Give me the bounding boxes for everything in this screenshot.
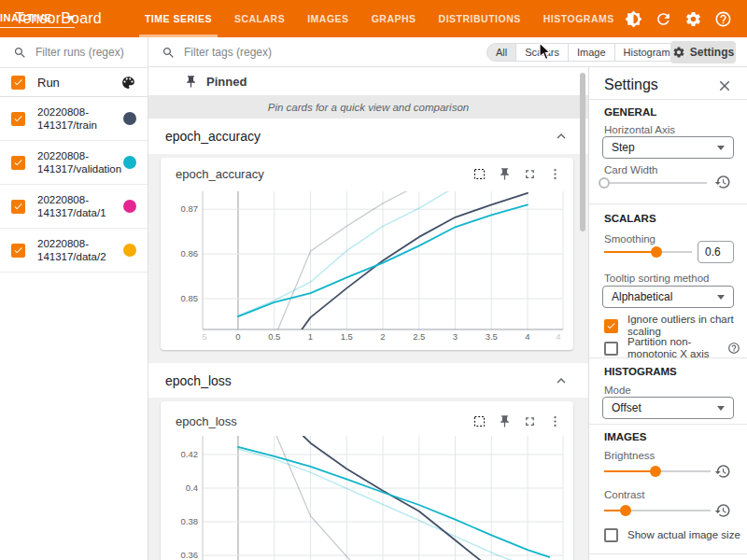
check-icon [13,77,23,88]
horizontal-axis-label: Horizontal Axis [604,124,675,135]
tags-filter-input[interactable] [184,46,324,59]
brightness-slider[interactable] [604,466,711,477]
pin-icon[interactable] [498,414,512,428]
run-color-dot[interactable] [123,156,136,169]
filter-all-button[interactable]: All [486,43,516,62]
scrollbar-thumb[interactable] [580,73,585,231]
filter-image-button[interactable]: Image [568,43,615,62]
run-checkbox[interactable] [11,156,25,170]
kebab-menu-icon[interactable] [548,167,562,181]
kebab-menu-icon[interactable] [548,414,562,428]
run-checkbox[interactable] [11,244,25,258]
palette-icon[interactable] [120,75,136,91]
help-icon[interactable] [727,342,740,355]
settings-panel: Settings GENERAL Horizontal Axis Step Ca… [588,67,747,560]
tooltip-sorting-value: Alphabetical [612,290,672,303]
svg-text:4: 4 [556,331,560,342]
svg-text:0.36: 0.36 [181,550,199,560]
settings-panel-title: Settings [604,77,658,93]
check-icon [13,113,23,124]
tooltip-sorting-select[interactable]: Alphabetical [602,286,734,308]
fit-to-data-icon[interactable] [472,167,486,181]
run-row-data2[interactable]: 20220808-141317/data/2 [0,229,148,273]
show-actual-size-row: Show actual image size [604,528,740,542]
svg-text:2.5: 2.5 [413,331,425,342]
section-header-epoch-loss[interactable]: epoch_loss [148,363,588,398]
filter-scalars-button[interactable]: Scalars [515,43,569,62]
tab-time-series[interactable]: TIME SERIES [134,0,223,37]
svg-text:0.86: 0.86 [181,248,199,259]
run-row-validation[interactable]: 20220808-141317/validation [0,141,148,185]
card-width-slider[interactable] [604,177,707,189]
chevron-down-icon [717,295,725,300]
reset-icon[interactable] [714,463,731,480]
smoothing-label: Smoothing [604,233,655,245]
epoch-accuracy-card: epoch_accuracy 00.511.522.533.540.850.86… [161,158,573,350]
divider [589,99,747,100]
pin-icon [184,75,198,89]
smoothing-value-input[interactable] [698,241,734,263]
runs-filter-input[interactable] [35,46,136,59]
reset-icon[interactable] [714,174,731,190]
header-actions [625,0,732,37]
contrast-slider[interactable] [604,505,711,516]
help-icon[interactable] [714,10,732,28]
svg-text:2: 2 [380,331,385,342]
run-name: 20220808-141317/validation [37,149,123,175]
epoch-accuracy-chart[interactable]: 00.511.522.533.540.850.860.8754 [174,185,566,349]
run-row-train[interactable]: 20220808-141317/train [0,97,148,141]
fullscreen-icon[interactable] [523,167,537,181]
chevron-up-icon[interactable] [553,372,570,389]
tab-scalars[interactable]: SCALARS [223,0,296,37]
contrast-label: Contrast [604,489,644,500]
chevron-up-icon[interactable] [553,128,570,145]
select-all-runs-checkbox[interactable] [11,76,25,90]
brightness-toggle-icon[interactable] [625,10,642,28]
section-header-epoch-accuracy[interactable]: epoch_accuracy [148,119,588,154]
runs-column-header: Run [37,76,120,90]
tooltip-sorting-label: Tooltip sorting method [604,273,710,284]
smoothing-slider[interactable] [604,246,692,258]
ignore-outliers-checkbox[interactable] [604,319,618,333]
run-status-select[interactable]: INACTIVE [0,8,75,28]
divider [589,424,747,425]
gear-icon[interactable] [684,10,702,28]
svg-text:1: 1 [308,331,313,342]
epoch-loss-chart[interactable]: 0.360.380.40.42 [174,432,566,560]
svg-text:0.4: 0.4 [186,483,198,493]
card-title: epoch_accuracy [176,167,264,181]
horizontal-axis-select[interactable]: Step [602,136,734,159]
settings-button-label: Settings [690,46,734,59]
check-icon [13,245,23,256]
run-checkbox[interactable] [11,112,25,126]
histograms-section-label: HISTOGRAMS [604,366,677,377]
fit-to-data-icon[interactable] [472,414,486,428]
tab-graphs[interactable]: GRAPHS [360,0,428,37]
partition-x-axis-checkbox[interactable] [604,342,618,356]
run-color-dot[interactable] [123,112,136,125]
tab-histograms[interactable]: HISTOGRAMS [532,0,626,37]
epoch-loss-card: epoch_loss 0.360.380.40.42 [161,401,573,560]
histogram-mode-select[interactable]: Offset [602,397,734,419]
svg-text:0.5: 0.5 [268,331,280,342]
close-icon[interactable] [716,77,733,94]
run-color-dot[interactable] [123,244,136,257]
pin-icon[interactable] [498,167,512,181]
reset-icon[interactable] [714,502,731,519]
run-color-dot[interactable] [123,200,136,213]
show-actual-size-checkbox[interactable] [604,528,618,542]
section-title: epoch_accuracy [165,129,553,144]
section-title: epoch_loss [165,373,553,388]
svg-text:0.38: 0.38 [181,516,199,526]
run-row-data1[interactable]: 20220808-141317/data/1 [0,185,148,229]
settings-button[interactable]: Settings [670,41,736,63]
chevron-down-icon [717,406,725,411]
fullscreen-icon[interactable] [523,414,537,428]
svg-text:5: 5 [202,331,206,342]
tab-distributions[interactable]: DISTRIBUTIONS [428,0,532,37]
run-checkbox[interactable] [11,200,25,214]
runs-filter [0,37,148,68]
refresh-icon[interactable] [655,10,672,28]
svg-text:3: 3 [453,331,458,342]
tab-images[interactable]: IMAGES [296,0,359,37]
